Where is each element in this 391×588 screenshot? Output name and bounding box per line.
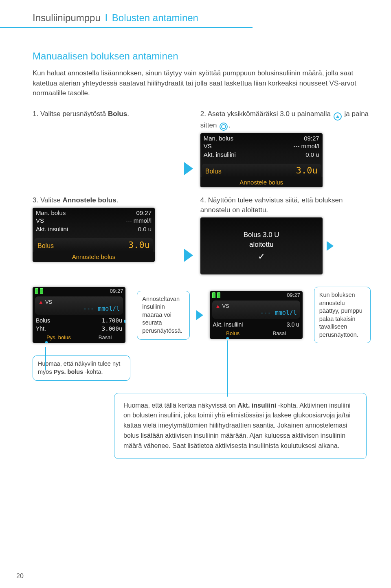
lead-line	[45, 347, 46, 370]
home-time: 09:27	[287, 292, 300, 298]
step-row-2: 3. Valitse Annostele bolus. Man. bolus09…	[33, 195, 371, 274]
lead-dot	[124, 320, 125, 323]
bolus-label: Bolus	[205, 168, 222, 175]
home-screens-row: 09:27 ▲VS --- mmol/l Bolus1.700u Yht.3.0…	[33, 287, 371, 343]
bolus-value: 3.0u	[296, 165, 318, 176]
vs-label: VS	[45, 299, 52, 305]
up-icon	[334, 112, 342, 121]
ok-icon	[220, 123, 228, 131]
basal-softkey: Basal	[273, 330, 286, 336]
confirm-line1: Bolus 3.0 U	[244, 231, 279, 239]
yht-label: Yht.	[36, 325, 46, 332]
header-sep: I	[105, 12, 108, 23]
lead-dot	[45, 341, 48, 343]
step-2-label: 2. Aseta yksikkömääräksi 3.0 u painamall…	[200, 109, 371, 131]
check-icon: ✓	[258, 251, 265, 262]
header-rule-thin	[0, 30, 358, 30]
arrow-right-icon	[184, 249, 193, 262]
step-1-label: 1. Valitse perusnäytöstä Bolus.	[33, 109, 181, 119]
home-screen-2: 09:27 ▲VS --- mmol/l Akt. insuliini3.0 u…	[210, 291, 303, 339]
arrow-right-icon	[196, 310, 203, 320]
arrow-right-icon	[184, 162, 193, 175]
akt-label: Akt. insuliini	[213, 321, 243, 328]
vs-dash: --- mmol/l	[260, 309, 297, 316]
step-3-label: 3. Valitse Annostele bolus.	[33, 195, 181, 205]
bolus-softkey: Bolus	[226, 330, 239, 336]
header-rule-accent	[0, 27, 253, 28]
pysbolus-softkey: Pys. bolus	[46, 334, 71, 340]
pump-screen-step3: Man. bolus09:27 VS--- mmol/l Akt. insuli…	[33, 208, 155, 262]
warn-icon: ▲	[38, 299, 44, 305]
pump-screen-step2: Man. bolus09:27 VS--- mmol/l Akt. insuli…	[200, 133, 323, 187]
header-section: Bolusten antaminen	[112, 12, 198, 23]
vs-value: --- mmol/l	[293, 143, 319, 149]
vs-label: VS	[204, 143, 212, 149]
step-4-label: 4. Näyttöön tulee vahvistus siitä, että …	[200, 195, 371, 215]
screen-time: 09:27	[304, 135, 319, 142]
header-device: Insuliinipumppu	[33, 12, 101, 23]
warn-icon: ▲	[215, 303, 221, 309]
bolus-label: Bolus	[36, 317, 50, 324]
callout-akt-insuliini: Huomaa, että tällä kertaa näkyvissä on A…	[114, 393, 367, 459]
battery-icon	[212, 292, 220, 298]
yht-value: 3.000u	[102, 325, 123, 332]
page-number: 20	[16, 573, 24, 580]
basal-softkey: Basal	[99, 334, 112, 340]
callout-insulin-amount: Annosteltavan insuliinin määrää voi seur…	[137, 291, 189, 340]
page-title: Manuaalisen boluksen antaminen	[33, 50, 371, 62]
vs-dash: --- mmol/l	[83, 305, 120, 312]
home-screen-1: 09:27 ▲VS --- mmol/l Bolus1.700u Yht.3.0…	[33, 287, 125, 343]
akt-value: 0.0 u	[305, 151, 319, 158]
akt-label: Akt. insuliini	[204, 151, 236, 158]
screen-title: Man. bolus	[204, 135, 233, 142]
bolus-value: 1.700u	[102, 317, 123, 324]
akt-value: 3.0 u	[287, 321, 299, 328]
page-header: Insuliinipumppu I Bolusten antaminen	[33, 12, 371, 30]
step-row-1: 1. Valitse perusnäytöstä Bolus. 2. Aseta…	[33, 109, 371, 188]
lead-dot	[226, 337, 229, 339]
pump-screen-confirm: Bolus 3.0 Ualoitettu ✓	[200, 217, 323, 274]
arrow-right-icon	[327, 241, 334, 251]
confirm-line2: aloitettu	[249, 241, 274, 248]
intro-paragraph: Kun haluat annostella lisäannoksen, sinu…	[33, 68, 371, 99]
home-time: 09:27	[110, 288, 123, 294]
screen-footer: Annostele bolus	[200, 177, 323, 187]
battery-icon	[35, 288, 43, 294]
lead-line	[227, 340, 228, 397]
vs-label: VS	[222, 303, 229, 309]
callout-pysbolus: Huomaa, että näkyviin tulee nyt myös Pys…	[33, 355, 130, 380]
callout-return-home: Kun boluksen annostelu päättyy, pumppu p…	[314, 287, 371, 343]
